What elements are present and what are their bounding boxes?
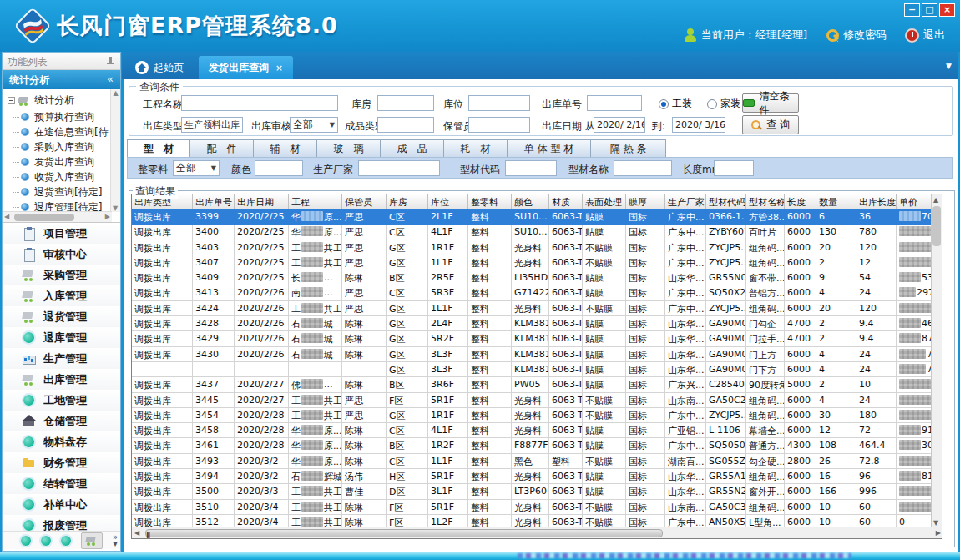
table-row[interactable]: 调拨出库34942020/3/2石辉城汤伟H区5R1F整料光身料6063-T5贴… [132, 469, 942, 484]
material-tab-3[interactable]: 辅 材 [254, 139, 317, 158]
column-header[interactable]: 型材代码 [706, 194, 746, 209]
expander-icon[interactable] [8, 97, 15, 104]
green-dot-icon[interactable] [61, 536, 71, 546]
column-header[interactable]: 材质 [549, 194, 583, 209]
green-dot-icon[interactable] [41, 536, 51, 546]
material-tab-6[interactable]: 耗 材 [444, 139, 508, 158]
clear-conditions-button[interactable]: 清空条件 [742, 93, 799, 113]
material-tab-7[interactable]: 单 体 型 材 [508, 139, 591, 158]
sidebar-item-8[interactable]: 出库管理 [3, 369, 120, 390]
sidebar-item-13[interactable]: 结转管理 [3, 473, 120, 494]
column-header[interactable]: 出库单号 [193, 194, 235, 209]
tree-item[interactable]: 采购入库查询 [3, 139, 120, 154]
project-name-input[interactable] [181, 95, 338, 111]
order-no-input[interactable] [587, 95, 642, 111]
part-select[interactable]: 全部▼ [173, 160, 220, 176]
scrollbar-thumb[interactable] [14, 214, 74, 221]
grid-horizontal-scrollbar[interactable]: ◀ ⦀ ▶ [132, 527, 942, 538]
tab-home[interactable]: 起始页 [125, 56, 194, 79]
sidebar-item-12[interactable]: 财务管理 [3, 452, 120, 473]
table-row[interactable]: 调拨出库34002020/2/25华原...严思C区4L1F整料SU10...6… [132, 225, 942, 240]
outbound-type-select[interactable]: 生产领料出库▼ [181, 117, 243, 133]
sidebar-item-2[interactable]: 审核中心 [3, 244, 120, 265]
stats-group-header[interactable]: 统计分析 « [3, 70, 120, 89]
column-header[interactable]: 生产厂家 [665, 194, 706, 209]
column-header[interactable]: 颜色 [512, 194, 549, 209]
cart-shortcut-button[interactable] [81, 532, 103, 549]
table-row[interactable]: 调拨出库34372020/2/27佛...陈琳B区3R6F整料PW056063-… [132, 377, 942, 392]
audit-select[interactable]: 全部▼ [290, 117, 338, 133]
table-row[interactable]: G区3L3F整料KLM38176063-T5贴膜国标山东华...GA90M09.… [132, 362, 942, 377]
material-tab-1[interactable]: 型 材 [127, 139, 190, 158]
table-row[interactable]: 调拨出库34452020/2/27工共工程严思F区5R1F整料光身料6063-T… [132, 393, 942, 408]
pin-icon[interactable] [107, 57, 114, 65]
column-header[interactable]: 库位 [428, 194, 468, 209]
length-input[interactable] [714, 160, 754, 176]
date-from-select[interactable]: 2020/ 2/16▼ [594, 117, 645, 133]
table-row[interactable]: 调拨出库34092020/2/25长...陈琳B区2R5F整料LI35HD606… [132, 270, 942, 285]
column-header[interactable]: 表面处理 [583, 194, 626, 209]
code-input[interactable] [505, 160, 557, 176]
column-header[interactable]: 出库日期 [235, 194, 289, 209]
column-header[interactable]: 保管员 [342, 194, 387, 209]
date-to-select[interactable]: 2020/ 3/16▼ [672, 117, 725, 133]
column-header[interactable]: 出库长度 [856, 194, 897, 209]
column-header[interactable]: 库房 [387, 194, 428, 209]
table-row[interactable]: 调拨出库34582020/2/28华原...陈琳C区4L1F整料光身料6063-… [132, 423, 942, 438]
scroll-down-icon[interactable]: ▼ [933, 519, 938, 527]
material-tab-5[interactable]: 成 品 [381, 139, 444, 158]
scroll-down-icon[interactable]: ▼ [113, 204, 118, 212]
tree-item[interactable]: 在途信息查询[待 [3, 124, 120, 139]
location-input[interactable] [468, 95, 530, 111]
tab-close-icon[interactable]: × [275, 63, 283, 73]
material-tab-2[interactable]: 配 件 [190, 139, 254, 158]
sidebar-item-3[interactable]: 采购管理 [3, 265, 120, 285]
tree-item[interactable]: 收货入库查询 [3, 169, 120, 184]
tree-horizontal-scrollbar[interactable]: ◀ ▶ [3, 211, 112, 222]
sidebar-item-1[interactable]: 项目管理 [3, 223, 120, 244]
table-row[interactable]: 调拨出库34302020/2/26石城陈琳G区3L3F整料KLM38176063… [132, 347, 942, 362]
column-header[interactable]: 长度 [785, 194, 816, 209]
table-row[interactable]: 调拨出库34932020/3/2华原...陈琳C区1L1F整料黑色塑料不贴膜国标… [132, 454, 942, 469]
column-header[interactable]: 数量 [816, 194, 856, 209]
warehouse-input[interactable] [377, 95, 434, 111]
scroll-right-icon[interactable]: ▶ [105, 213, 110, 220]
tree-item[interactable]: 退货查询[待定] [3, 184, 120, 199]
tree-vertical-scrollbar[interactable]: ▲▼ [110, 89, 120, 212]
table-row[interactable]: 调拨出库34072020/2/25工共工程严思G区1L1F整料光身料6063-T… [132, 255, 942, 270]
column-header[interactable]: 整零料 [468, 194, 512, 209]
overflow-chevron[interactable]: »▾ [113, 534, 118, 547]
maximize-button[interactable]: □ [922, 3, 937, 17]
color-input[interactable] [255, 160, 303, 176]
logout-button[interactable]: 退出 [905, 28, 945, 43]
table-row[interactable]: 调拨出库34032020/2/25工共工程严思G区1R1F整料光身料6063-T… [132, 240, 942, 255]
name-input[interactable] [614, 160, 672, 176]
sidebar-item-7[interactable]: 生产管理 [3, 348, 120, 369]
scrollbar-thumb[interactable]: ⦀ [145, 529, 663, 537]
scroll-up-icon[interactable]: ▲ [933, 196, 938, 204]
tree-item[interactable]: 预算执行查询 [3, 109, 120, 124]
scroll-left-icon[interactable]: ◀ [134, 529, 139, 537]
sidebar-item-10[interactable]: 仓储管理 [3, 411, 120, 431]
material-tab-4[interactable]: 玻 璃 [317, 139, 381, 158]
table-row[interactable]: 调拨出库34612020/2/28华原...陈琳B区1R2F整料F8877FT6… [132, 438, 942, 453]
column-header[interactable]: 型材名称 [746, 194, 785, 209]
sidebar-item-5[interactable]: 退货管理 [3, 306, 120, 327]
tree-item[interactable]: 发货出库查询 [3, 154, 120, 169]
material-tab-8[interactable]: 隔 热 条 [591, 139, 666, 158]
sidebar-item-6[interactable]: 退库管理 [3, 327, 120, 348]
product-type-input[interactable] [377, 117, 434, 133]
table-row[interactable]: 调拨出库35102020/3/4工共工程陈琳F区5R1F整料光身料6063-T5… [132, 500, 942, 515]
factory-input[interactable] [358, 160, 440, 176]
scroll-right-icon[interactable]: ▶ [936, 529, 941, 537]
column-header[interactable]: 膜厚 [626, 194, 665, 209]
tree-root[interactable]: 统计分析 [3, 89, 120, 109]
tab-shipping-query[interactable]: 发货出库查询 × [199, 56, 293, 79]
radio-jiazhuang[interactable]: 家装 [707, 97, 740, 111]
table-row[interactable]: 调拨出库34542020/2/28工共工程严思G区1R1F整料光身料6063-T… [132, 408, 942, 423]
close-button[interactable]: × [939, 3, 955, 17]
tab-overflow-icon[interactable]: ▼ [946, 62, 952, 70]
scrollbar-thumb[interactable] [932, 206, 941, 246]
grid-vertical-scrollbar[interactable]: ▲ ▼ [931, 194, 942, 528]
change-password-button[interactable]: 修改密码 [826, 28, 887, 43]
